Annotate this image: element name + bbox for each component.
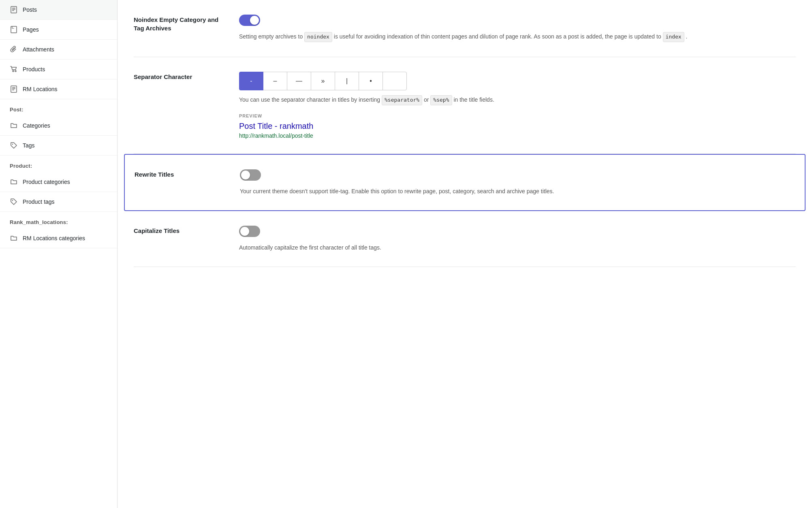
sep-btn-pipe[interactable]: | [335, 72, 359, 90]
rewrite-titles-label: Rewrite Titles [135, 169, 224, 179]
noindex-setting-row: Noindex Empty Category and Tag Archives … [134, 0, 796, 57]
svg-point-5 [13, 70, 14, 72]
sidebar-item-products-label: Products [23, 66, 45, 73]
sep-btn-en-dash[interactable]: – [263, 72, 287, 90]
sep-desc-or: or [424, 96, 430, 103]
rewrite-titles-slider [240, 169, 261, 181]
sidebar-item-products[interactable]: Products [0, 60, 117, 79]
tag-icon [10, 141, 18, 149]
sep-code2: %sep% [430, 95, 452, 105]
svg-point-11 [12, 144, 13, 145]
sidebar-item-product-tags-label: Product tags [23, 199, 55, 205]
preview-title-link[interactable]: Post Title - rankmath [239, 122, 796, 131]
rewrite-titles-content: Your current theme doesn't support title… [240, 169, 795, 196]
product-tag-icon [10, 198, 18, 206]
rewrite-titles-description: Your current theme doesn't support title… [240, 187, 795, 196]
capitalize-titles-setting-row: Capitalize Titles Automatically capitali… [134, 211, 796, 267]
rm-locations-icon [10, 85, 18, 93]
svg-point-6 [15, 70, 16, 72]
content-wrapper: Noindex Empty Category and Tag Archives … [134, 0, 796, 267]
noindex-code1: noindex [304, 32, 332, 42]
capitalize-titles-slider [239, 226, 260, 237]
page-icon [10, 26, 18, 34]
sidebar-item-product-categories-label: Product categories [23, 179, 70, 185]
svg-rect-0 [11, 6, 17, 13]
noindex-desc-middle: is useful for avoiding indexation of thi… [334, 33, 663, 40]
noindex-content: Setting empty archives to noindex is use… [239, 15, 796, 42]
document-icon [10, 6, 18, 14]
sep-btn-hyphen[interactable]: - [239, 72, 263, 90]
sidebar-item-tags-label: Tags [23, 142, 35, 149]
svg-rect-7 [11, 86, 17, 92]
sep-code1: %separator% [382, 95, 422, 105]
sidebar-item-product-tags[interactable]: Product tags [0, 192, 117, 212]
preview-url: http://rankmath.local/post-title [239, 132, 313, 139]
capitalize-titles-description: Automatically capitalize the first chara… [239, 243, 796, 252]
sep-btn-custom[interactable] [382, 72, 407, 90]
svg-rect-4 [11, 26, 17, 33]
sep-desc-after: in the title fields. [453, 96, 494, 103]
noindex-toggle-slider [239, 15, 260, 26]
rewrite-titles-toggle[interactable] [240, 169, 261, 181]
sidebar: Posts Pages Attachments Products [0, 0, 118, 508]
noindex-desc-before: Setting empty archives to [239, 33, 304, 40]
cart-icon [10, 65, 18, 73]
noindex-label: Noindex Empty Category and Tag Archives [134, 15, 223, 32]
separator-label: Separator Character [134, 72, 223, 81]
separator-content: - – — » | • You can use the separator ch… [239, 72, 796, 139]
sidebar-item-pages-label: Pages [23, 26, 39, 33]
sidebar-item-tags[interactable]: Tags [0, 136, 117, 156]
app-layout: Posts Pages Attachments Products [0, 0, 812, 508]
noindex-toggle[interactable] [239, 15, 260, 26]
folder-icon [10, 122, 18, 130]
noindex-description: Setting empty archives to noindex is use… [239, 32, 796, 42]
preview-label: PREVIEW [239, 113, 796, 118]
sep-desc-before: You can use the separator character in t… [239, 96, 382, 103]
sidebar-item-product-categories[interactable]: Product categories [0, 172, 117, 192]
noindex-code2: index [663, 32, 684, 42]
main-content: Noindex Empty Category and Tag Archives … [118, 0, 812, 508]
sidebar-item-posts-label: Posts [23, 6, 37, 13]
sidebar-item-rm-locations-label: RM Locations [23, 86, 58, 92]
capitalize-titles-content: Automatically capitalize the first chara… [239, 226, 796, 252]
sep-btn-em-dash[interactable]: — [287, 72, 311, 90]
sidebar-item-posts[interactable]: Posts [0, 0, 117, 20]
sidebar-item-categories[interactable]: Categories [0, 116, 117, 136]
rank-section-label: Rank_math_locations: [0, 212, 117, 228]
sidebar-item-rm-locations-categories-label: RM Locations categories [23, 235, 85, 241]
separator-buttons-group: - – — » | • [239, 72, 796, 90]
separator-setting-row: Separator Character - – — » | • You can … [134, 57, 796, 154]
rm-locations-categories-folder-icon [10, 234, 18, 242]
capitalize-titles-label: Capitalize Titles [134, 226, 223, 235]
separator-description: You can use the separator character in t… [239, 95, 796, 105]
sidebar-item-pages[interactable]: Pages [0, 20, 117, 40]
sep-btn-bullet[interactable]: • [359, 72, 383, 90]
sidebar-item-attachments[interactable]: Attachments [0, 40, 117, 60]
attachment-icon [10, 45, 18, 53]
sidebar-item-attachments-label: Attachments [23, 46, 54, 53]
sidebar-item-rm-locations[interactable]: RM Locations [0, 79, 117, 99]
product-section-label: Product: [0, 156, 117, 172]
sidebar-item-categories-label: Categories [23, 122, 50, 129]
sep-btn-guillemet[interactable]: » [311, 72, 335, 90]
capitalize-titles-toggle[interactable] [239, 226, 260, 237]
noindex-desc-after: . [686, 33, 688, 40]
svg-point-12 [12, 200, 13, 201]
product-categories-folder-icon [10, 178, 18, 186]
rewrite-titles-setting-row: Rewrite Titles Your current theme doesn'… [124, 154, 806, 211]
post-section-label: Post: [0, 99, 117, 116]
sidebar-item-rm-locations-categories[interactable]: RM Locations categories [0, 228, 117, 248]
